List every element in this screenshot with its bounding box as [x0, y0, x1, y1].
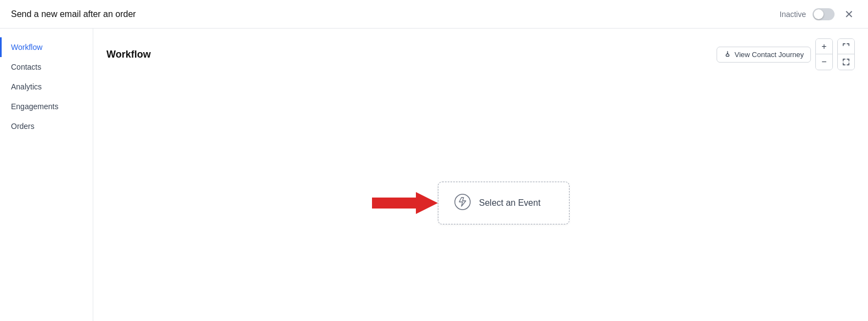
expand-controls — [837, 38, 855, 70]
select-event-node[interactable]: Select an Event — [438, 182, 570, 224]
event-node-icon — [454, 193, 471, 213]
select-event-label: Select an Event — [479, 198, 540, 208]
red-arrow-icon — [372, 189, 438, 217]
app-header: Send a new email after an order Inactive… — [0, 0, 868, 29]
zoom-out-button[interactable]: − — [816, 54, 832, 70]
header-right-controls: Inactive ✕ — [780, 8, 857, 21]
close-button[interactable]: ✕ — [841, 8, 857, 21]
expand-button-1[interactable] — [838, 39, 854, 54]
app-title: Send a new email after an order — [11, 9, 136, 19]
canvas-title: Workflow — [106, 49, 151, 60]
main-layout: Workflow Contacts Analytics Engagements … — [0, 29, 868, 321]
view-contact-journey-button[interactable]: View Contact Journey — [717, 47, 811, 63]
sidebar-item-engagements[interactable]: Engagements — [0, 97, 93, 116]
svg-marker-0 — [372, 192, 438, 214]
sidebar-item-workflow[interactable]: Workflow — [0, 37, 93, 57]
journey-icon — [724, 50, 731, 58]
canvas-body: Select an Event — [93, 76, 868, 321]
arrow-and-node: Select an Event — [372, 182, 570, 224]
sidebar-item-analytics[interactable]: Analytics — [0, 77, 93, 97]
expand-button-2[interactable] — [838, 54, 854, 70]
status-label: Inactive — [780, 10, 806, 19]
zoom-controls: + − — [815, 38, 833, 70]
zoom-in-button[interactable]: + — [816, 39, 832, 54]
expand-icon-2 — [842, 58, 850, 66]
sidebar-item-contacts[interactable]: Contacts — [0, 57, 93, 77]
sidebar-item-orders[interactable]: Orders — [0, 116, 93, 136]
main-canvas: Workflow View Contact Journey + − — [93, 29, 868, 321]
toggle-thumb — [814, 9, 824, 19]
sidebar: Workflow Contacts Analytics Engagements … — [0, 29, 93, 321]
expand-icon-1 — [842, 43, 850, 50]
canvas-header: Workflow View Contact Journey + − — [93, 29, 868, 76]
canvas-controls: View Contact Journey + − — [717, 38, 855, 70]
active-toggle[interactable] — [813, 8, 835, 20]
